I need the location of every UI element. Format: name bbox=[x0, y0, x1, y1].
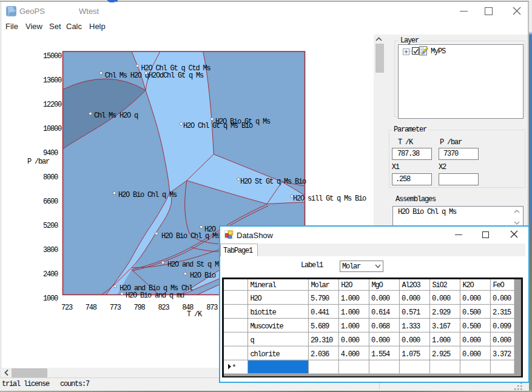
svg-text:0.500: 0.500 bbox=[462, 322, 481, 330]
svg-text:0.500: 0.500 bbox=[462, 308, 481, 316]
svg-text:798: 798 bbox=[134, 304, 146, 312]
svg-text:1000: 1000 bbox=[43, 294, 58, 303]
svg-text:4.000: 4.000 bbox=[341, 350, 360, 358]
svg-text:0.000: 0.000 bbox=[493, 294, 511, 302]
svg-text:10800: 10800 bbox=[43, 125, 62, 133]
svg-text:biotite: biotite bbox=[251, 308, 277, 316]
svg-text:12200: 12200 bbox=[43, 101, 62, 109]
svg-text:723: 723 bbox=[61, 304, 73, 312]
svg-text:Muscovite: Muscovite bbox=[251, 322, 284, 330]
svg-text:2.315: 2.315 bbox=[493, 308, 511, 316]
svg-text:Chl Ms H2O q: Chl Ms H2O q bbox=[94, 111, 138, 120]
svg-text:0.000: 0.000 bbox=[462, 350, 481, 358]
svg-text:5200: 5200 bbox=[43, 222, 58, 230]
svg-text:3.167: 3.167 bbox=[432, 322, 451, 330]
svg-text:1.000: 1.000 bbox=[341, 294, 360, 302]
svg-text:Molar: Molar bbox=[311, 281, 329, 290]
svg-text:773: 773 bbox=[110, 304, 121, 312]
svg-text:Al2O3: Al2O3 bbox=[402, 281, 420, 290]
svg-text:0.000: 0.000 bbox=[462, 294, 481, 302]
svg-text:*: * bbox=[232, 363, 237, 372]
svg-text:13600: 13600 bbox=[43, 76, 62, 85]
svg-text:748: 748 bbox=[86, 304, 97, 312]
svg-text:SiO2: SiO2 bbox=[432, 281, 447, 290]
svg-text:0.614: 0.614 bbox=[371, 308, 390, 316]
svg-text:0.441: 0.441 bbox=[311, 308, 329, 316]
svg-text:1.000: 1.000 bbox=[432, 336, 451, 344]
svg-text:0.000: 0.000 bbox=[462, 336, 481, 344]
svg-text:3.372: 3.372 bbox=[493, 350, 511, 358]
svg-text:5.790: 5.790 bbox=[311, 294, 329, 302]
svg-text:5.689: 5.689 bbox=[311, 322, 329, 330]
svg-text:H2O Bio Chl q Ms: H2O Bio Chl q Ms bbox=[161, 232, 220, 241]
svg-text:2400: 2400 bbox=[43, 270, 58, 279]
svg-text:0.000: 0.000 bbox=[402, 294, 420, 302]
svg-text:1.075: 1.075 bbox=[402, 350, 420, 358]
svg-text:P /bar: P /bar bbox=[27, 158, 50, 166]
svg-text:H2O sill Gt q Ms Bio: H2O sill Gt q Ms Bio bbox=[293, 194, 366, 203]
svg-text:H2OdChl Gt q Ms: H2OdChl Gt q Ms bbox=[149, 71, 204, 80]
svg-text:H2O: H2O bbox=[341, 281, 352, 290]
svg-text:823: 823 bbox=[158, 304, 169, 312]
svg-text:1.000: 1.000 bbox=[341, 308, 360, 316]
svg-text:Mineral: Mineral bbox=[251, 281, 277, 290]
svg-text:0.571: 0.571 bbox=[402, 308, 420, 316]
svg-text:0.099: 0.099 bbox=[493, 322, 511, 330]
svg-text:MgO: MgO bbox=[371, 281, 383, 290]
svg-text:6600: 6600 bbox=[43, 198, 58, 206]
svg-text:15000: 15000 bbox=[43, 52, 62, 61]
svg-text:0.000: 0.000 bbox=[402, 336, 420, 344]
svg-text:0.000: 0.000 bbox=[432, 294, 451, 302]
svg-text:0.000: 0.000 bbox=[341, 336, 360, 344]
svg-text:29.310: 29.310 bbox=[311, 336, 333, 344]
svg-text:chlorite: chlorite bbox=[251, 350, 280, 358]
svg-text:H2O Bio Chl q Ms: H2O Bio Chl q Ms bbox=[118, 191, 177, 199]
svg-text:H2O Bio Gt q Ms: H2O Bio Gt q Ms bbox=[215, 118, 271, 126]
svg-text:0.000: 0.000 bbox=[371, 294, 390, 302]
svg-text:H2O Bio a: H2O Bio a bbox=[190, 271, 223, 280]
svg-text:0.000: 0.000 bbox=[371, 336, 390, 344]
svg-text:873: 873 bbox=[206, 304, 218, 312]
svg-text:3800: 3800 bbox=[43, 246, 58, 254]
svg-text:1.000: 1.000 bbox=[341, 322, 360, 330]
svg-text:0.000: 0.000 bbox=[493, 336, 511, 344]
svg-text:H2O Bio and q mu: H2O Bio and q mu bbox=[126, 291, 184, 300]
svg-text:H2O: H2O bbox=[251, 294, 262, 302]
svg-text:K2O: K2O bbox=[462, 281, 474, 290]
svg-text:8000: 8000 bbox=[43, 173, 58, 182]
svg-text:1.333: 1.333 bbox=[402, 322, 420, 330]
svg-text:FeO: FeO bbox=[493, 281, 504, 290]
svg-text:0.068: 0.068 bbox=[371, 322, 390, 330]
svg-text:q: q bbox=[251, 336, 255, 344]
svg-text:Chl Ms H2O q: Chl Ms H2O q bbox=[105, 71, 149, 80]
svg-text:9400: 9400 bbox=[43, 149, 58, 158]
svg-text:2.929: 2.929 bbox=[432, 308, 451, 316]
svg-text:1.554: 1.554 bbox=[371, 350, 390, 358]
svg-text:H2O St Gt q Ms Bio: H2O St Gt q Ms Bio bbox=[240, 178, 306, 186]
svg-text:H2O and St q Ms: H2O and St q Ms bbox=[167, 261, 223, 269]
svg-text:T /K: T /K bbox=[187, 310, 203, 319]
svg-text:2.925: 2.925 bbox=[432, 350, 451, 358]
svg-text:2.036: 2.036 bbox=[311, 350, 329, 358]
